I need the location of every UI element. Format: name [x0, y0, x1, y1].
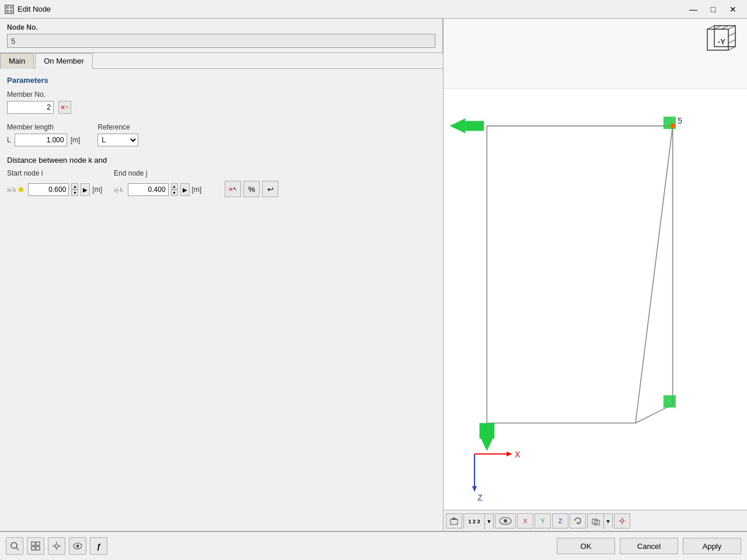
left-panel: Node No. Main On Member Parameters — [0, 19, 444, 531]
svg-rect-22 — [664, 395, 676, 407]
start-node-label: Start node i — [7, 169, 102, 177]
viewport[interactable]: 5 X Z — [444, 89, 747, 510]
svg-point-38 — [504, 519, 507, 523]
close-button[interactable]: ✕ — [724, 2, 742, 16]
cursor-icon: ↖ — [65, 104, 70, 110]
visibility-button[interactable] — [495, 513, 516, 528]
svg-marker-36 — [451, 517, 458, 520]
structure-drawing: 5 X Z — [444, 89, 747, 510]
svg-line-9 — [721, 26, 728, 29]
svg-rect-24 — [465, 121, 484, 131]
svg-marker-33 — [472, 486, 477, 491]
viewport-toolbar: 1 2 3 ▼ X Y Z — [444, 510, 747, 531]
maximize-button[interactable]: □ — [704, 2, 722, 16]
svg-point-42 — [621, 519, 624, 522]
end-node-unit: [m] — [192, 186, 202, 194]
pick-icon: ✕ — [228, 186, 233, 192]
svg-rect-49 — [32, 542, 35, 545]
svg-rect-51 — [32, 547, 35, 550]
member-no-clear-button[interactable]: ✕ ↖ — [58, 101, 71, 114]
tab-main[interactable]: Main — [0, 53, 34, 69]
xi-k-spinner[interactable]: ▲ ▼ — [71, 183, 78, 196]
xi-k-indicator — [19, 187, 23, 192]
tab-on-member[interactable]: On Member — [35, 53, 93, 69]
svg-point-27 — [670, 124, 675, 128]
tabs: Main On Member — [0, 53, 443, 69]
xj-k-label: xj-k — [114, 187, 123, 193]
percent-button[interactable]: % — [243, 181, 260, 197]
svg-line-8 — [714, 26, 721, 29]
svg-point-53 — [55, 544, 58, 548]
node-number-section: Node No. — [0, 19, 443, 52]
svg-rect-3 — [6, 10, 9, 12]
numbers-btn[interactable]: 1 2 3 — [464, 514, 485, 529]
bottom-tools: ƒ — [6, 537, 107, 555]
rotate-button[interactable] — [570, 513, 586, 528]
distance-label: Distance between node k and — [7, 156, 436, 164]
ok-button[interactable]: OK — [557, 538, 615, 554]
svg-rect-1 — [6, 6, 9, 9]
z-axis-button[interactable]: Z — [552, 513, 568, 528]
dialog-body: Node No. Main On Member Parameters — [0, 19, 747, 531]
render-buttons: ▼ — [587, 513, 613, 528]
function-icon: ƒ — [96, 542, 100, 551]
member-no-label: Member No. — [7, 90, 436, 99]
render-dropdown[interactable]: ▼ — [604, 514, 612, 529]
svg-rect-50 — [36, 542, 40, 545]
member-no-input[interactable] — [7, 101, 54, 114]
render-btn[interactable] — [588, 514, 604, 529]
y-axis-button[interactable]: Y — [535, 513, 551, 528]
end-node-label: End node j — [114, 169, 201, 177]
minimize-button[interactable]: — — [684, 2, 703, 16]
settings-button[interactable] — [614, 513, 630, 528]
x-axis-button[interactable]: X — [517, 513, 533, 528]
member-length-field-label: L — [7, 136, 11, 144]
end-node-section: End node j xj-k ▲ ▼ ▶ [m] — [114, 169, 201, 196]
xj-k-spinner[interactable]: ▲ ▼ — [171, 183, 178, 196]
content-area: Parameters Member No. ✕ ↖ Membe — [0, 69, 443, 531]
pick-button[interactable]: ✕ ↖ — [225, 181, 241, 197]
3d-view-icon: -Y — [706, 24, 738, 57]
svg-rect-52 — [36, 547, 40, 550]
search-tool-button[interactable] — [6, 537, 23, 555]
dialog-buttons: OK Cancel Apply — [557, 538, 741, 554]
xi-k-arrow-button[interactable]: ▶ — [81, 183, 90, 196]
svg-rect-35 — [451, 519, 458, 524]
start-node-section: Start node i xi-k ▲ ▼ ▶ — [7, 169, 102, 196]
xj-k-down-button[interactable]: ▼ — [171, 190, 178, 196]
snap-tool-button[interactable] — [48, 537, 65, 555]
xi-k-label: xi-k — [7, 187, 23, 193]
member-length-label: Member length — [7, 123, 80, 131]
reset-button[interactable]: ↩ — [262, 181, 278, 197]
svg-text:X: X — [515, 450, 520, 459]
window-controls: — □ ✕ — [684, 2, 742, 16]
home-view-button[interactable] — [446, 513, 462, 528]
xj-k-arrow-button[interactable]: ▶ — [180, 183, 190, 196]
member-length-input[interactable] — [15, 134, 67, 146]
svg-line-48 — [16, 548, 19, 550]
view-tool-button[interactable] — [69, 537, 86, 555]
percent-icon: % — [248, 185, 255, 194]
svg-line-7 — [707, 26, 714, 29]
start-node-unit: [m] — [92, 186, 102, 194]
reference-label: Reference — [97, 123, 138, 131]
cancel-button[interactable]: Cancel — [620, 538, 678, 554]
bottom-bar: ƒ OK Cancel Apply — [0, 531, 747, 560]
svg-text:5: 5 — [678, 117, 682, 125]
function-tool-button[interactable]: ƒ — [90, 537, 107, 555]
xi-k-down-button[interactable]: ▼ — [71, 190, 78, 196]
grid-tool-button[interactable] — [27, 537, 44, 555]
xj-k-input[interactable] — [128, 183, 169, 196]
svg-rect-26 — [480, 423, 494, 439]
xi-k-up-button[interactable]: ▲ — [71, 183, 78, 190]
svg-marker-30 — [507, 452, 511, 456]
svg-line-19 — [636, 126, 673, 423]
xi-k-input[interactable] — [28, 183, 69, 196]
xj-k-up-button[interactable]: ▲ — [171, 183, 178, 190]
node-no-input[interactable] — [7, 34, 435, 48]
numbers-dropdown[interactable]: ▼ — [485, 514, 493, 529]
apply-button[interactable]: Apply — [683, 538, 741, 554]
reference-select[interactable]: L — [97, 134, 138, 146]
title-bar: Edit Node — □ ✕ — [0, 0, 747, 19]
svg-rect-4 — [10, 10, 12, 12]
